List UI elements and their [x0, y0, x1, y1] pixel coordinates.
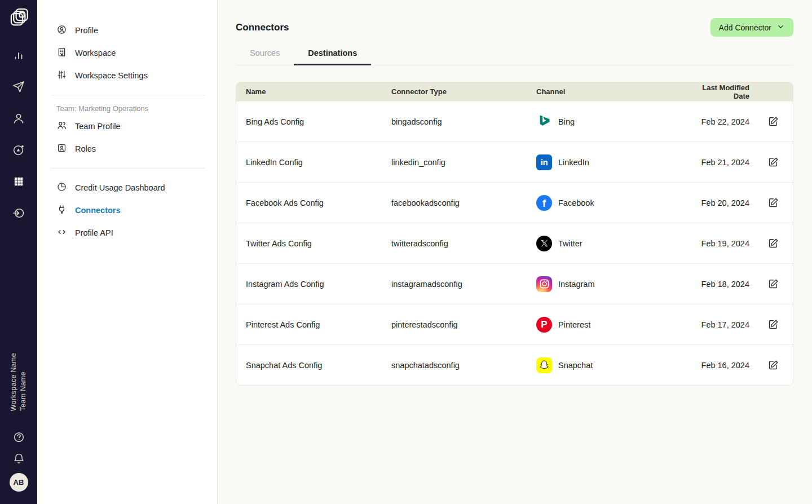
- row-date: Feb 18, 2024: [687, 280, 749, 289]
- row-actions: [749, 156, 784, 169]
- row-channel: Twitter: [536, 236, 687, 251]
- edit-button[interactable]: [767, 277, 780, 290]
- snapchat-icon: [536, 357, 552, 373]
- channel-label: Pinterest: [558, 320, 590, 329]
- channel-label: Bing: [558, 117, 575, 126]
- bell-icon[interactable]: [12, 452, 25, 465]
- id-badge-icon: [56, 143, 67, 155]
- channel-label: Snapchat: [558, 361, 593, 370]
- sidebar-item-connectors[interactable]: Connectors: [37, 199, 217, 222]
- sidebar-divider: [51, 95, 205, 95]
- instagram-icon: [536, 276, 552, 292]
- sidebar-item-label: Roles: [75, 144, 96, 153]
- rail-nav: [12, 48, 25, 220]
- sidebar-item-credit-usage[interactable]: Credit Usage Dashboard: [37, 176, 217, 199]
- linkedin-glyph: in: [541, 157, 548, 167]
- page-title: Connectors: [236, 22, 289, 33]
- help-icon[interactable]: [12, 430, 25, 444]
- user-circle-icon: [56, 24, 67, 37]
- sliders-icon: [56, 69, 67, 82]
- sidebar-item-profile-api[interactable]: Profile API: [37, 222, 217, 244]
- add-connector-button[interactable]: Add Connector: [710, 18, 793, 37]
- plug-icon: [56, 204, 67, 216]
- sidebar-item-label: Connectors: [75, 206, 121, 215]
- row-type: linkedin_config: [391, 158, 536, 167]
- workspace-name-label: Workspace Name: [9, 353, 19, 411]
- row-date: Feb 17, 2024: [687, 320, 749, 329]
- table-row: Instagram Ads Config instagramadsconfig …: [236, 263, 793, 304]
- icon-rail: Workspace Name Team Name AB: [0, 0, 37, 504]
- sidebar-item-workspace[interactable]: Workspace: [37, 42, 217, 64]
- channel-label: Instagram: [558, 280, 594, 289]
- tab-sources[interactable]: Sources: [236, 48, 294, 65]
- sidebar-item-label: Credit Usage Dashboard: [75, 183, 165, 192]
- send-icon[interactable]: [12, 80, 25, 94]
- row-name: Bing Ads Config: [246, 117, 391, 126]
- row-name: Snapchat Ads Config: [246, 361, 391, 370]
- grid-icon[interactable]: [12, 175, 25, 188]
- row-actions: [749, 196, 784, 209]
- table-row: Pinterest Ads Config pinterestadsconfig …: [236, 304, 793, 344]
- table-row: Snapchat Ads Config snapchatadsconfig Sn…: [236, 344, 793, 385]
- sidebar-item-team-profile[interactable]: Team Profile: [37, 115, 217, 138]
- edit-button[interactable]: [767, 359, 780, 372]
- row-channel: f Facebook: [536, 195, 687, 211]
- table-header-row: Name Connector Type Channel Last Modifie…: [236, 82, 793, 101]
- row-name: Facebook Ads Config: [246, 198, 391, 207]
- sidebar-item-label: Profile API: [75, 228, 113, 237]
- table-row: Facebook Ads Config facebookadsconfig f …: [236, 182, 793, 223]
- row-date: Feb 19, 2024: [687, 239, 749, 248]
- app-logo-icon: [7, 6, 30, 32]
- facebook-glyph: f: [542, 197, 546, 210]
- row-type: instagramadsconfig: [391, 280, 536, 289]
- edit-button[interactable]: [767, 318, 780, 331]
- channel-label: Facebook: [558, 198, 594, 207]
- linkedin-icon: in: [536, 154, 552, 170]
- channel-label: LinkedIn: [558, 158, 589, 167]
- main-content: Connectors Add Connector Sources Destina…: [218, 0, 812, 504]
- row-date: Feb 20, 2024: [687, 198, 749, 207]
- table-row: LinkedIn Config linkedin_config in Linke…: [236, 142, 793, 182]
- row-date: Feb 21, 2024: [687, 158, 749, 167]
- user-icon[interactable]: [12, 112, 25, 125]
- row-channel: Bing: [536, 114, 687, 130]
- table-row: Bing Ads Config bingadsconfig Bing Feb 2…: [236, 101, 793, 142]
- team-section-label: Team: Marketing Operations: [37, 96, 217, 115]
- column-header-connector-type: Connector Type: [391, 87, 536, 96]
- edit-button[interactable]: [767, 196, 780, 209]
- bar-chart-icon[interactable]: [12, 48, 25, 62]
- edit-button[interactable]: [767, 237, 780, 250]
- rail-bottom: Workspace Name Team Name AB: [0, 353, 37, 504]
- workspace-team-label: Workspace Name Team Name: [9, 353, 28, 411]
- row-actions: [749, 237, 784, 250]
- gauge-icon[interactable]: [12, 143, 25, 157]
- row-name: Instagram Ads Config: [246, 280, 391, 289]
- row-actions: [749, 359, 784, 372]
- row-name: Twitter Ads Config: [246, 239, 391, 248]
- row-name: Pinterest Ads Config: [246, 320, 391, 329]
- chevron-down-icon: [776, 23, 785, 33]
- row-channel: Instagram: [536, 276, 687, 292]
- team-name-label: Team Name: [19, 353, 28, 411]
- channel-label: Twitter: [558, 239, 582, 248]
- sidebar-item-label: Workspace: [75, 48, 116, 58]
- table-row: Twitter Ads Config twitteradsconfig Twit…: [236, 223, 793, 263]
- edit-button[interactable]: [767, 156, 780, 169]
- tabs: Sources Destinations: [236, 48, 793, 65]
- tab-destinations[interactable]: Destinations: [294, 48, 371, 65]
- pinterest-icon: P: [536, 317, 552, 333]
- login-icon[interactable]: [12, 206, 25, 220]
- sidebar: Profile Workspace Workspace Settings Tea…: [37, 0, 218, 504]
- user-avatar[interactable]: AB: [10, 473, 28, 492]
- column-header-last-modified: Last Modified Date: [687, 83, 749, 100]
- row-date: Feb 22, 2024: [687, 117, 749, 126]
- sidebar-item-roles[interactable]: Roles: [37, 138, 217, 160]
- sidebar-item-workspace-settings[interactable]: Workspace Settings: [37, 64, 217, 87]
- row-actions: [749, 318, 784, 331]
- building-icon: [56, 47, 67, 59]
- sidebar-item-label: Team Profile: [75, 122, 121, 131]
- sidebar-item-profile[interactable]: Profile: [37, 19, 217, 42]
- edit-button[interactable]: [767, 115, 780, 128]
- sidebar-divider: [51, 168, 205, 169]
- sidebar-item-label: Profile: [75, 26, 98, 35]
